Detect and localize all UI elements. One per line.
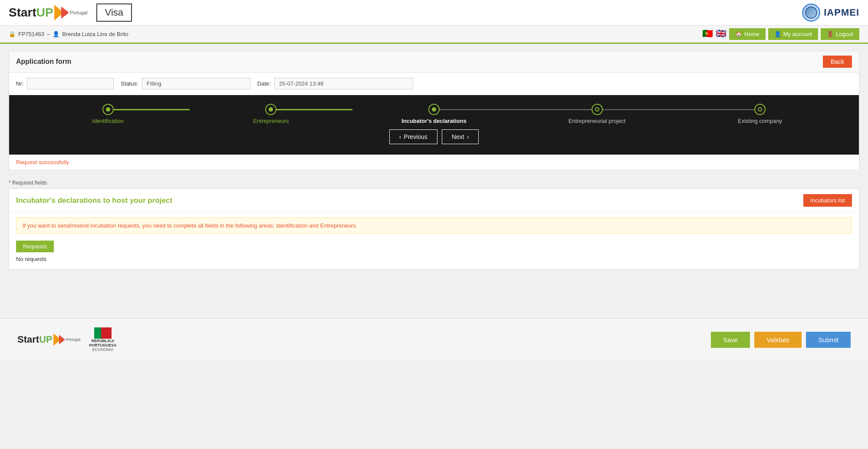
user-icon: 👤 [53, 31, 59, 37]
stepper-bar: Identification Entrepreneurs [9, 95, 859, 155]
status-input [142, 78, 250, 89]
navbar: 🔒 FP751463 – 👤 Brenda Luiza Lins de Brit… [0, 26, 868, 44]
logout-icon: 🚪 [827, 31, 834, 37]
flag-pt[interactable]: 🇵🇹 [702, 28, 713, 40]
step-label-identification: Identification [92, 118, 124, 124]
footer-portugal-text: Portugal [66, 337, 81, 342]
chevron-left-icon: ‹ [399, 133, 401, 140]
header-left: StartUP Portugal Visa [9, 3, 132, 22]
logo-up-text: UP [36, 6, 53, 20]
step-circle-entrepreneurial [592, 104, 603, 115]
footer-republica: REPÚBLICA PORTUGUESA ECONOMIA [89, 327, 117, 352]
iapmei-logo: IAPMEI [802, 3, 859, 22]
date-label: Date: [257, 80, 271, 87]
step-entrepreneurial-project: Entrepreneurial project [516, 104, 679, 124]
nr-label: Nr: [16, 80, 23, 87]
logo-arrow-red [61, 7, 69, 19]
save-button[interactable]: Save [711, 332, 750, 348]
step-dot-identification [106, 107, 110, 112]
logout-button[interactable]: 🚪 Logout [821, 28, 859, 40]
application-form-card: Application form Back Nr: Status: Date: [9, 51, 859, 170]
iapmei-text: IAPMEI [824, 7, 859, 18]
flag-en[interactable]: 🇬🇧 [716, 28, 727, 40]
logo-portugal-text: Portugal [70, 10, 88, 15]
requests-button[interactable]: Requests [16, 241, 54, 252]
flag-green [94, 327, 101, 339]
previous-button[interactable]: ‹ Previous [389, 129, 437, 144]
republica-line2: PORTUGUESA [89, 343, 117, 347]
flag-red [101, 327, 112, 339]
date-input [274, 78, 413, 89]
step-label-incubators: Incubator's declarations [401, 118, 467, 124]
status-label: Status: [121, 80, 138, 87]
navbar-left: 🔒 FP751463 – 👤 Brenda Luiza Lins de Brit… [9, 31, 128, 37]
app-form-title: Application form [16, 58, 71, 66]
step-label-entrepreneurial: Entrepreneurial project [569, 118, 626, 124]
success-message: Request successfully [9, 155, 859, 170]
rep-flag [94, 327, 112, 339]
step-circle-incubators [428, 104, 440, 115]
chevron-right-icon: › [467, 133, 469, 140]
home-icon: 🏠 [735, 31, 742, 37]
step-label-entrepreneurs: Entrepreneurs [253, 118, 289, 124]
footer-startup-logo: StartUP Portugal [17, 333, 80, 346]
user-name: Brenda Luiza Lins de Brito [62, 31, 128, 37]
step-existing-company: Existing company [678, 104, 842, 124]
logo-start-text: Start [9, 6, 36, 20]
navbar-right: 🇵🇹 🇬🇧 🏠 Home 👤 My account 🚪 Logout [702, 28, 859, 40]
nr-field-group: Nr: [16, 78, 114, 89]
section-title: Incubator's declarations to host your pr… [16, 196, 172, 205]
republica-line3: ECONOMIA [92, 347, 113, 352]
step-dot-existing [758, 107, 762, 112]
startup-logo: StartUP Portugal [9, 5, 88, 20]
iapmei-circle-icon [802, 3, 820, 22]
home-button[interactable]: 🏠 Home [729, 28, 766, 40]
republica-line1: REPÚBLICA [92, 339, 115, 343]
no-requests-text: No requests [16, 256, 852, 262]
account-icon: 👤 [774, 31, 781, 37]
back-button[interactable]: Back [823, 56, 852, 68]
required-note: * Required fields [9, 177, 859, 188]
step-dot-entrepreneurs [269, 107, 273, 112]
incubators-list-button[interactable]: Incubators list [803, 194, 852, 207]
footer-arrow-red [59, 335, 65, 344]
step-incubators-declarations: Incubator's declarations [352, 104, 516, 124]
stepper-navigation: ‹ Previous Next › [26, 126, 842, 150]
warning-box: If you want to send/resend incubation re… [16, 218, 852, 234]
my-account-button[interactable]: 👤 My account [768, 28, 818, 40]
footer-actions: Save Validate Submit [711, 332, 851, 348]
section-header: Incubator's declarations to host your pr… [9, 189, 859, 212]
step-dot-incubators [432, 107, 436, 112]
user-id: FP751463 [18, 31, 44, 37]
status-field-group: Status: [121, 78, 250, 89]
step-circle-entrepreneurs [265, 104, 276, 115]
separator: – [47, 31, 50, 37]
form-fields-row: Nr: Status: Date: [9, 73, 859, 95]
app-form-header: Application form Back [9, 51, 859, 73]
lock-icon: 🔒 [9, 31, 16, 37]
nr-input[interactable] [27, 78, 114, 89]
step-label-existing: Existing company [738, 118, 782, 124]
step-circle-identification [102, 104, 114, 115]
validate-button[interactable]: Validate [754, 332, 802, 348]
step-dot-entrepreneurial [595, 107, 599, 112]
step-entrepreneurs: Entrepreneurs [190, 104, 353, 124]
main-content: Application form Back Nr: Status: Date: [0, 44, 868, 284]
header: StartUP Portugal Visa IAPMEI [0, 0, 868, 26]
footer: StartUP Portugal REPÚBLICA PORTUGUESA EC… [0, 318, 868, 360]
visa-box: Visa [96, 3, 132, 22]
submit-button[interactable]: Submit [806, 332, 851, 348]
next-button[interactable]: Next › [442, 129, 479, 144]
step-circle-existing [754, 104, 766, 115]
date-field-group: Date: [257, 78, 413, 89]
requests-section: Requests No requests [9, 237, 859, 269]
footer-logos: StartUP Portugal REPÚBLICA PORTUGUESA EC… [17, 327, 117, 352]
section-card: Incubator's declarations to host your pr… [9, 188, 859, 270]
step-identification: Identification [26, 104, 190, 124]
